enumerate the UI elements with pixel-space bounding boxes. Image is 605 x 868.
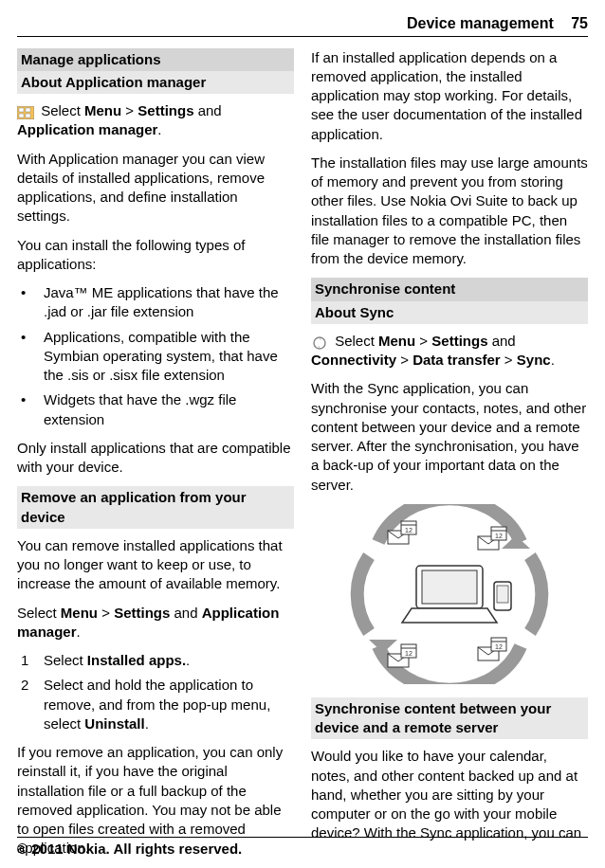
svg-rect-2: [26, 108, 30, 112]
compat-warning: Only install applications that are compa…: [17, 439, 294, 478]
page-header: Device management 75: [17, 13, 588, 37]
remove-desc: You can remove installed applications th…: [17, 536, 294, 594]
list-item: 1 Select Installed apps..: [17, 651, 294, 670]
appmgr-select-path: Select Menu > Settings and Application m…: [17, 101, 294, 140]
list-item: Applications, compatible with the Symbia…: [17, 328, 294, 386]
dependency-warning: If an installed application depends on a…: [311, 48, 588, 144]
svg-text:12: 12: [495, 643, 503, 650]
left-column: Manage applications About Application ma…: [17, 48, 294, 868]
subsection-remove-app: Remove an application from your device: [17, 486, 294, 529]
svg-marker-7: [369, 640, 397, 653]
app-manager-icon: [17, 105, 34, 118]
subsection-sync-remote: Synchronise content between your device …: [311, 697, 588, 740]
copyright-footer: © 2011 Nokia. All rights reserved.: [17, 837, 588, 859]
section-sync: Synchronise content: [311, 278, 588, 300]
sync-icon: [311, 335, 328, 349]
sync-desc: With the Sync application, you can synch…: [311, 379, 588, 495]
memory-warning: The installation files may use large amo…: [311, 154, 588, 269]
svg-text:12: 12: [495, 533, 503, 539]
right-column: If an installed application depends on a…: [311, 48, 588, 868]
subsection-about-appmgr: About Application manager: [17, 71, 294, 94]
list-item: Widgets that have the .wgz file extensio…: [17, 390, 294, 429]
svg-rect-9: [422, 570, 477, 604]
list-item: 2 Select and hold the application to rem…: [17, 676, 294, 733]
header-title: Device management: [407, 15, 554, 31]
sync-remote-desc: Would you like to have your calendar, no…: [311, 747, 588, 842]
appmgr-desc: With Application manager you can view de…: [17, 150, 294, 226]
remove-select-path: Select Menu > Settings and Application m…: [17, 604, 294, 642]
remove-steps: 1 Select Installed apps.. 2 Select and h…: [17, 651, 294, 733]
list-item: Java™ ME applications that have the .jad…: [17, 283, 294, 322]
svg-text:12: 12: [405, 650, 412, 657]
page-number: 75: [571, 15, 588, 31]
sync-select-path: Select Menu > Settings and Connectivity …: [311, 332, 588, 371]
svg-rect-1: [19, 108, 24, 112]
section-manage-apps: Manage applications: [17, 48, 294, 71]
svg-rect-4: [26, 114, 30, 118]
install-types-intro: You can install the following types of a…: [17, 236, 294, 275]
sync-diagram: 12 12 12: [340, 504, 559, 684]
svg-rect-3: [19, 114, 24, 118]
app-types-list: Java™ ME applications that have the .jad…: [17, 283, 294, 429]
subsection-about-sync: About Sync: [311, 301, 588, 324]
svg-rect-11: [497, 586, 508, 603]
svg-text:12: 12: [405, 527, 412, 533]
